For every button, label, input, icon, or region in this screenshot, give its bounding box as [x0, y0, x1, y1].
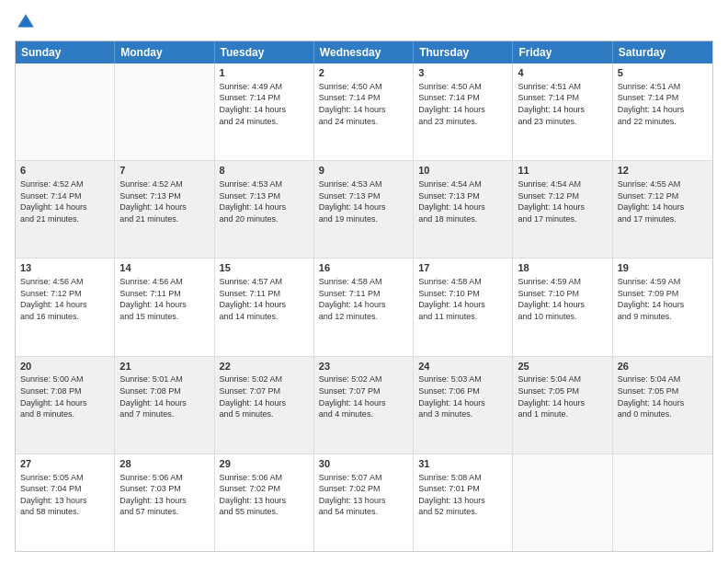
calendar: SundayMondayTuesdayWednesdayThursdayFrid… — [15, 40, 713, 552]
day-number: 8 — [220, 164, 309, 178]
day-info: Sunrise: 4:50 AM Sunset: 7:14 PM Dayligh… — [418, 81, 507, 127]
day-number: 9 — [319, 164, 408, 178]
day-info: Sunrise: 4:58 AM Sunset: 7:10 PM Dayligh… — [418, 276, 507, 322]
day-info: Sunrise: 4:57 AM Sunset: 7:11 PM Dayligh… — [220, 276, 309, 322]
day-number: 30 — [319, 457, 408, 471]
table-row: 16Sunrise: 4:58 AM Sunset: 7:11 PM Dayli… — [314, 259, 414, 355]
table-row — [613, 454, 712, 551]
day-number: 16 — [319, 261, 408, 275]
day-number: 31 — [418, 457, 507, 471]
table-row: 7Sunrise: 4:52 AM Sunset: 7:13 PM Daylig… — [115, 161, 214, 258]
day-info: Sunrise: 5:06 AM Sunset: 7:02 PM Dayligh… — [220, 472, 309, 518]
day-info: Sunrise: 4:53 AM Sunset: 7:13 PM Dayligh… — [220, 178, 309, 224]
day-number: 3 — [418, 66, 507, 80]
calendar-week-1: 1Sunrise: 4:49 AM Sunset: 7:14 PM Daylig… — [16, 63, 712, 161]
day-number: 26 — [618, 360, 708, 373]
day-number: 13 — [20, 261, 109, 275]
cal-header-tuesday: Tuesday — [215, 41, 314, 63]
day-info: Sunrise: 5:03 AM Sunset: 7:06 PM Dayligh… — [418, 373, 507, 419]
day-info: Sunrise: 4:50 AM Sunset: 7:14 PM Dayligh… — [319, 81, 408, 127]
table-row — [16, 63, 115, 160]
table-row: 19Sunrise: 4:59 AM Sunset: 7:09 PM Dayli… — [613, 259, 712, 355]
day-info: Sunrise: 5:02 AM Sunset: 7:07 PM Dayligh… — [319, 373, 408, 419]
table-row: 17Sunrise: 4:58 AM Sunset: 7:10 PM Dayli… — [414, 259, 513, 355]
day-info: Sunrise: 4:51 AM Sunset: 7:14 PM Dayligh… — [518, 81, 607, 127]
day-info: Sunrise: 4:49 AM Sunset: 7:14 PM Dayligh… — [220, 81, 309, 127]
table-row: 2Sunrise: 4:50 AM Sunset: 7:14 PM Daylig… — [314, 63, 414, 160]
cal-header-monday: Monday — [115, 41, 214, 63]
table-row: 30Sunrise: 5:07 AM Sunset: 7:02 PM Dayli… — [314, 454, 414, 551]
table-row: 28Sunrise: 5:06 AM Sunset: 7:03 PM Dayli… — [115, 454, 214, 551]
table-row — [513, 454, 612, 551]
table-row: 23Sunrise: 5:02 AM Sunset: 7:07 PM Dayli… — [314, 357, 414, 454]
day-number: 18 — [518, 261, 607, 275]
table-row: 6Sunrise: 4:52 AM Sunset: 7:14 PM Daylig… — [16, 161, 115, 258]
table-row: 13Sunrise: 4:56 AM Sunset: 7:12 PM Dayli… — [16, 259, 115, 355]
day-number: 20 — [20, 360, 109, 373]
calendar-week-2: 6Sunrise: 4:52 AM Sunset: 7:14 PM Daylig… — [16, 161, 712, 259]
day-number: 6 — [20, 164, 109, 178]
table-row: 4Sunrise: 4:51 AM Sunset: 7:14 PM Daylig… — [513, 63, 612, 160]
day-number: 28 — [119, 457, 209, 471]
calendar-week-5: 27Sunrise: 5:05 AM Sunset: 7:04 PM Dayli… — [16, 454, 712, 551]
table-row: 22Sunrise: 5:02 AM Sunset: 7:07 PM Dayli… — [215, 357, 314, 454]
day-info: Sunrise: 5:04 AM Sunset: 7:05 PM Dayligh… — [518, 373, 607, 419]
day-info: Sunrise: 5:07 AM Sunset: 7:02 PM Dayligh… — [319, 472, 408, 518]
table-row: 26Sunrise: 5:04 AM Sunset: 7:05 PM Dayli… — [613, 357, 712, 454]
table-row: 21Sunrise: 5:01 AM Sunset: 7:08 PM Dayli… — [115, 357, 214, 454]
table-row: 10Sunrise: 4:54 AM Sunset: 7:13 PM Dayli… — [414, 161, 513, 258]
cal-header-saturday: Saturday — [613, 41, 712, 63]
calendar-header: SundayMondayTuesdayWednesdayThursdayFrid… — [16, 41, 712, 63]
cal-header-thursday: Thursday — [414, 41, 513, 63]
day-number: 29 — [220, 457, 309, 471]
day-info: Sunrise: 5:00 AM Sunset: 7:08 PM Dayligh… — [20, 373, 109, 419]
day-number: 4 — [518, 66, 607, 80]
table-row: 25Sunrise: 5:04 AM Sunset: 7:05 PM Dayli… — [513, 357, 612, 454]
day-number: 12 — [618, 164, 708, 178]
table-row: 29Sunrise: 5:06 AM Sunset: 7:02 PM Dayli… — [215, 454, 314, 551]
cal-header-sunday: Sunday — [16, 41, 115, 63]
calendar-week-3: 13Sunrise: 4:56 AM Sunset: 7:12 PM Dayli… — [16, 259, 712, 356]
table-row: 20Sunrise: 5:00 AM Sunset: 7:08 PM Dayli… — [16, 357, 115, 454]
cal-header-wednesday: Wednesday — [314, 41, 414, 63]
day-number: 7 — [119, 164, 209, 178]
day-number: 21 — [119, 360, 209, 373]
day-number: 19 — [618, 261, 708, 275]
day-info: Sunrise: 4:59 AM Sunset: 7:09 PM Dayligh… — [618, 276, 708, 322]
table-row: 12Sunrise: 4:55 AM Sunset: 7:12 PM Dayli… — [613, 161, 712, 258]
day-number: 10 — [418, 164, 507, 178]
day-info: Sunrise: 4:51 AM Sunset: 7:14 PM Dayligh… — [618, 81, 708, 127]
table-row: 3Sunrise: 4:50 AM Sunset: 7:14 PM Daylig… — [414, 63, 513, 160]
day-info: Sunrise: 4:56 AM Sunset: 7:11 PM Dayligh… — [119, 276, 209, 322]
day-number: 25 — [518, 360, 607, 373]
day-number: 23 — [319, 360, 408, 373]
cal-header-friday: Friday — [513, 41, 612, 63]
day-info: Sunrise: 4:53 AM Sunset: 7:13 PM Dayligh… — [319, 178, 408, 224]
table-row: 31Sunrise: 5:08 AM Sunset: 7:01 PM Dayli… — [414, 454, 513, 551]
logo-icon — [15, 11, 37, 33]
day-number: 22 — [220, 360, 309, 373]
table-row: 8Sunrise: 4:53 AM Sunset: 7:13 PM Daylig… — [215, 161, 314, 258]
day-number: 2 — [319, 66, 408, 80]
logo — [15, 11, 40, 33]
day-info: Sunrise: 4:58 AM Sunset: 7:11 PM Dayligh… — [319, 276, 408, 322]
day-number: 27 — [20, 457, 109, 471]
day-info: Sunrise: 5:06 AM Sunset: 7:03 PM Dayligh… — [119, 472, 209, 518]
day-info: Sunrise: 4:54 AM Sunset: 7:12 PM Dayligh… — [518, 178, 607, 224]
day-info: Sunrise: 5:05 AM Sunset: 7:04 PM Dayligh… — [20, 472, 109, 518]
day-info: Sunrise: 5:01 AM Sunset: 7:08 PM Dayligh… — [119, 373, 209, 419]
table-row: 24Sunrise: 5:03 AM Sunset: 7:06 PM Dayli… — [414, 357, 513, 454]
day-info: Sunrise: 5:08 AM Sunset: 7:01 PM Dayligh… — [418, 472, 507, 518]
table-row: 14Sunrise: 4:56 AM Sunset: 7:11 PM Dayli… — [115, 259, 214, 355]
table-row: 9Sunrise: 4:53 AM Sunset: 7:13 PM Daylig… — [314, 161, 414, 258]
table-row — [115, 63, 214, 160]
table-row: 27Sunrise: 5:05 AM Sunset: 7:04 PM Dayli… — [16, 454, 115, 551]
day-number: 5 — [618, 66, 708, 80]
day-info: Sunrise: 4:52 AM Sunset: 7:13 PM Dayligh… — [119, 178, 209, 224]
table-row: 18Sunrise: 4:59 AM Sunset: 7:10 PM Dayli… — [513, 259, 612, 355]
day-number: 15 — [220, 261, 309, 275]
day-info: Sunrise: 4:59 AM Sunset: 7:10 PM Dayligh… — [518, 276, 607, 322]
day-info: Sunrise: 4:54 AM Sunset: 7:13 PM Dayligh… — [418, 178, 507, 224]
calendar-week-4: 20Sunrise: 5:00 AM Sunset: 7:08 PM Dayli… — [16, 357, 712, 454]
day-info: Sunrise: 5:02 AM Sunset: 7:07 PM Dayligh… — [220, 373, 309, 419]
